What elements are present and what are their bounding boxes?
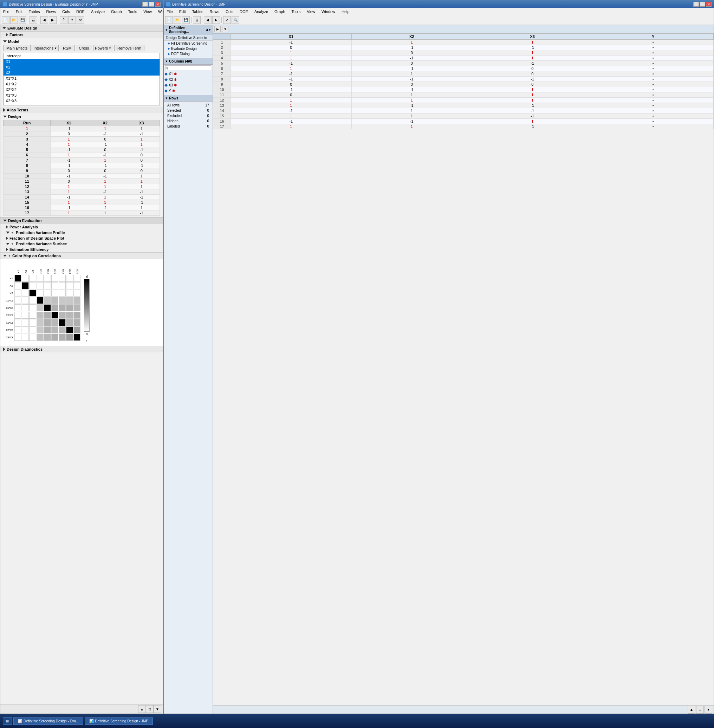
- r-menu-file[interactable]: File: [165, 9, 174, 14]
- term-x1x3[interactable]: X1*X3: [3, 92, 159, 98]
- filter-btn[interactable]: ▼: [222, 26, 228, 32]
- columns-panel-header[interactable]: ▼ Columns (4/0): [164, 58, 213, 65]
- r-new-btn[interactable]: 📄: [165, 16, 173, 24]
- r-scroll-down-btn[interactable]: ▼: [705, 706, 712, 714]
- right-close-btn[interactable]: ✕: [706, 2, 711, 7]
- r-menu-view[interactable]: View: [305, 9, 316, 14]
- menu-rows[interactable]: Rows: [45, 9, 58, 14]
- pred-variance-profile-header[interactable]: ▼ Prediction Variance Profile: [0, 230, 163, 236]
- r-arrow-btn[interactable]: ↗: [223, 16, 231, 24]
- menu-tables[interactable]: Tables: [27, 9, 42, 14]
- main-effects-btn[interactable]: Main Effects: [3, 45, 31, 51]
- print-btn[interactable]: 🖨: [30, 16, 37, 24]
- nav-fit-definitive[interactable]: ▶ Fit Definitive Screening: [164, 41, 213, 46]
- open-btn[interactable]: 📂: [10, 16, 18, 24]
- menu-graph[interactable]: Graph: [110, 9, 123, 14]
- menu-doe[interactable]: DOE: [75, 9, 86, 14]
- term-x2x3[interactable]: X2*X3: [3, 98, 159, 104]
- alias-terms-header[interactable]: Alias Terms: [0, 107, 163, 113]
- r-menu-edit[interactable]: Edit: [178, 9, 187, 14]
- nav-close-btn[interactable]: ▼: [208, 29, 211, 32]
- r-menu-window[interactable]: Window: [320, 9, 337, 14]
- powers-btn[interactable]: Powers ▼: [93, 45, 113, 51]
- r-open-btn[interactable]: 📂: [174, 16, 181, 24]
- r-menu-tables[interactable]: Tables: [191, 9, 205, 14]
- close-button[interactable]: ✕: [155, 2, 160, 7]
- r-save-btn[interactable]: 💾: [182, 16, 190, 24]
- r-menu-graph[interactable]: Graph: [273, 9, 287, 14]
- nav-expand-btn[interactable]: ◀: [206, 29, 208, 32]
- scroll-up-btn[interactable]: ▲: [138, 705, 146, 713]
- r-menu-doe[interactable]: DOE: [238, 9, 249, 14]
- r-menu-help[interactable]: Help: [340, 9, 351, 14]
- nav-evaluate-design[interactable]: ▶ Evaluate Design: [164, 46, 213, 51]
- menu-view[interactable]: View: [142, 9, 153, 14]
- rsm-btn[interactable]: RSM: [60, 45, 75, 51]
- r-scroll-up-btn[interactable]: ▲: [688, 706, 695, 714]
- col-item-x3[interactable]: ◆ X3 ✱: [164, 82, 213, 88]
- evaluate-design-header[interactable]: Evaluate Design: [0, 25, 163, 32]
- pred-variance-surface-header[interactable]: ▼ Prediction Variance Surface: [0, 241, 163, 247]
- r-menu-rows[interactable]: Rows: [208, 9, 221, 14]
- term-x2x2[interactable]: X2*X2: [3, 87, 159, 92]
- interactions-btn[interactable]: Interactions ▼: [32, 45, 58, 51]
- small-view-btn[interactable]: □: [146, 705, 153, 713]
- taskbar-left-window[interactable]: 📊 Definitive Screening Design - Eva...: [14, 717, 83, 725]
- menu-file[interactable]: File: [2, 9, 11, 14]
- power-analysis-header[interactable]: Power Analysis: [0, 224, 163, 230]
- taskbar-right-window[interactable]: 📊 Definitive Screening Design - JMP: [85, 717, 153, 725]
- color-map-header[interactable]: ▼ Color Map on Correlations: [0, 252, 163, 259]
- minimize-button[interactable]: −: [142, 2, 148, 7]
- rows-panel-header[interactable]: ▼ Rows: [164, 95, 213, 102]
- design-evaluation-header[interactable]: Design Evaluation: [0, 217, 163, 224]
- menu-edit[interactable]: Edit: [14, 9, 24, 14]
- save-btn[interactable]: 💾: [19, 16, 26, 24]
- row-label-x1: X1: [3, 275, 14, 282]
- th-x1: X1: [231, 34, 352, 40]
- refresh-btn[interactable]: ↺: [76, 16, 84, 24]
- maximize-button[interactable]: □: [148, 2, 154, 7]
- r-menu-analyze[interactable]: Analyze: [253, 9, 270, 14]
- terms-list[interactable]: Intercept X1 X2 X3 X1*X1 X1*X2 X2*X2 X1*…: [3, 53, 160, 105]
- factors-header[interactable]: Factors: [0, 32, 163, 38]
- r-zoom-btn[interactable]: 🔍: [231, 16, 239, 24]
- r-print-btn[interactable]: 🖨: [193, 16, 201, 24]
- right-minimize-btn[interactable]: −: [693, 2, 699, 7]
- scroll-down-btn[interactable]: ▼: [153, 705, 161, 713]
- new-btn[interactable]: 📄: [2, 16, 9, 24]
- nav-panel-header[interactable]: ▼ Definitive Screening... ◀ ▼: [164, 25, 213, 35]
- data-table-scroll[interactable]: X1 X2 X3 Y 1-111•20-1-1•3101•41-11•5-10-…: [213, 33, 714, 705]
- columns-search-input[interactable]: [165, 65, 211, 70]
- nav-doe-dialog[interactable]: ▶ DOE Dialog: [164, 51, 213, 57]
- r-small-view-btn[interactable]: □: [696, 706, 704, 714]
- term-x3x3[interactable]: X3*X3: [3, 104, 159, 105]
- term-x3[interactable]: X3: [3, 70, 159, 75]
- menu-tools[interactable]: Tools: [127, 9, 139, 14]
- menu-analyze[interactable]: Analyze: [90, 9, 106, 14]
- term-intercept[interactable]: Intercept: [3, 53, 159, 59]
- col-item-x2[interactable]: ◆ X2 ✱: [164, 77, 213, 82]
- estimation-efficiency-header[interactable]: Estimation Efficiency: [0, 247, 163, 252]
- script-btn[interactable]: ✦: [68, 16, 76, 24]
- term-x1[interactable]: X1: [3, 59, 159, 64]
- taskbar-start[interactable]: ⊞: [3, 717, 12, 725]
- term-x2[interactable]: X2: [3, 64, 159, 70]
- help-btn[interactable]: ?: [60, 16, 68, 24]
- remove-term-btn[interactable]: Remove Term: [114, 45, 144, 51]
- r-back-btn[interactable]: ◀: [204, 16, 212, 24]
- r-forward-btn[interactable]: ▶: [212, 16, 220, 24]
- r-menu-cols[interactable]: Cols: [224, 9, 235, 14]
- back-btn[interactable]: ◀: [40, 16, 48, 24]
- r-menu-tools[interactable]: Tools: [290, 9, 302, 14]
- row-select-btn[interactable]: ▶: [214, 26, 220, 32]
- menu-cols[interactable]: Cols: [61, 9, 71, 14]
- right-maximize-btn[interactable]: □: [700, 2, 705, 7]
- col-item-x1[interactable]: ◆ X1 ✱: [164, 71, 213, 77]
- term-x1x1[interactable]: X1*X1: [3, 75, 159, 81]
- col-item-y[interactable]: ◆ Y ✱: [164, 88, 213, 93]
- term-x1x2[interactable]: X1*X2: [3, 81, 159, 87]
- design-diagnostics-header[interactable]: Design Diagnostics: [0, 346, 163, 353]
- cross-btn[interactable]: Cross: [76, 45, 92, 51]
- forward-btn[interactable]: ▶: [49, 16, 57, 24]
- fraction-design-space-header[interactable]: Fraction of Design Space Plot: [0, 236, 163, 241]
